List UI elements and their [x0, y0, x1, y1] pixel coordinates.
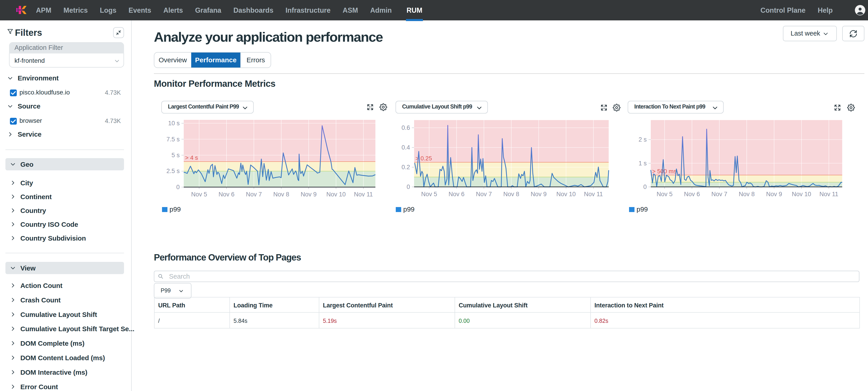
- svg-text:Nov 9: Nov 9: [531, 191, 547, 198]
- svg-text:0: 0: [176, 184, 180, 191]
- svg-text:1 s: 1 s: [639, 160, 647, 167]
- svg-text:Nov 11: Nov 11: [819, 191, 838, 198]
- svg-text:0.6: 0.6: [401, 124, 410, 131]
- svg-text:Nov 5: Nov 5: [191, 191, 207, 198]
- svg-text:Nov 11: Nov 11: [584, 191, 603, 198]
- svg-text:Nov 7: Nov 7: [476, 191, 492, 198]
- svg-text:Nov 6: Nov 6: [448, 191, 465, 198]
- svg-text:Nov 10: Nov 10: [556, 191, 576, 198]
- svg-text:0.4: 0.4: [401, 144, 410, 151]
- svg-text:Nov 10: Nov 10: [792, 191, 811, 198]
- svg-text:Nov 7: Nov 7: [246, 191, 262, 198]
- svg-text:7.5 s: 7.5 s: [166, 136, 180, 143]
- svg-text:10 s: 10 s: [168, 120, 180, 127]
- svg-text:5 s: 5 s: [172, 152, 180, 159]
- svg-text:0: 0: [407, 184, 410, 190]
- svg-text:Nov 11: Nov 11: [354, 191, 373, 198]
- svg-text:2 s: 2 s: [639, 136, 647, 143]
- svg-text:Nov 10: Nov 10: [326, 191, 346, 198]
- svg-text:Nov 6: Nov 6: [684, 191, 700, 198]
- svg-text:Nov 6: Nov 6: [219, 191, 235, 198]
- svg-text:Nov 8: Nov 8: [739, 191, 755, 198]
- svg-text:0.2: 0.2: [401, 164, 410, 171]
- svg-text:Nov 8: Nov 8: [503, 191, 519, 198]
- svg-text:Nov 8: Nov 8: [273, 191, 289, 198]
- svg-text:Nov 9: Nov 9: [301, 191, 317, 198]
- svg-text:2.5 s: 2.5 s: [166, 168, 180, 174]
- svg-text:Nov 5: Nov 5: [657, 191, 673, 198]
- svg-text:Nov 7: Nov 7: [711, 191, 727, 198]
- svg-text:> 4 s: > 4 s: [185, 154, 198, 161]
- svg-text:Nov 5: Nov 5: [421, 191, 437, 198]
- svg-text:0: 0: [643, 184, 647, 190]
- svg-text:Nov 9: Nov 9: [766, 191, 782, 198]
